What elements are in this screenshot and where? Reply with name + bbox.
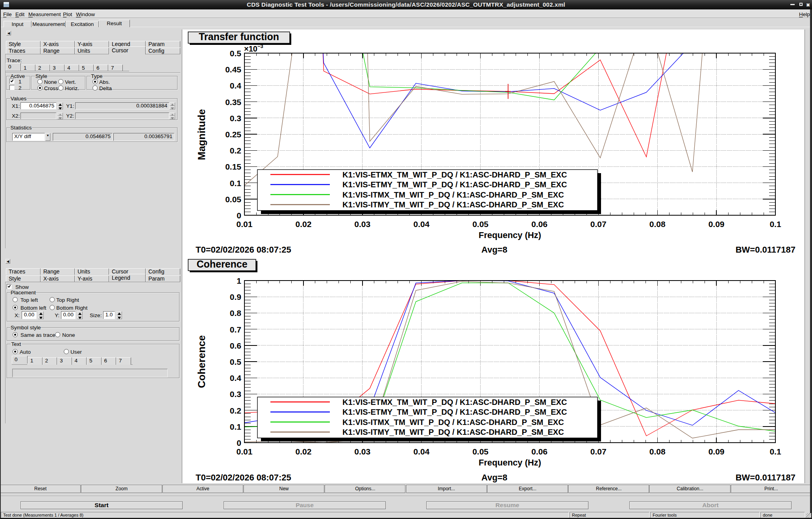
svg-text:0.09: 0.09 — [708, 447, 725, 456]
svg-text:0.25: 0.25 — [225, 130, 241, 139]
svg-text:K1:VIS-ITMY_TM_WIT_P_DQ / K1:A: K1:VIS-ITMY_TM_WIT_P_DQ / K1:ASC-DHARD_P… — [342, 200, 564, 209]
svg-text:K1:VIS-ETMY_TM_WIT_P_DQ / K1:A: K1:VIS-ETMY_TM_WIT_P_DQ / K1:ASC-DHARD_P… — [342, 408, 567, 416]
svg-text:0.4: 0.4 — [230, 373, 242, 382]
svg-text:0.15: 0.15 — [225, 162, 241, 171]
svg-text:0.06: 0.06 — [531, 220, 547, 229]
svg-text:0.45: 0.45 — [225, 65, 241, 74]
svg-text:0.1: 0.1 — [230, 179, 242, 188]
svg-text:0.04: 0.04 — [413, 220, 429, 229]
svg-text:Avg=8: Avg=8 — [481, 473, 507, 482]
svg-text:0: 0 — [237, 438, 241, 447]
svg-text:0.03: 0.03 — [354, 220, 370, 229]
svg-text:0.01: 0.01 — [237, 447, 253, 456]
svg-text:T0=02/02/2026 08:07:25: T0=02/02/2026 08:07:25 — [196, 245, 291, 255]
svg-text:K1:VIS-ITMX_TM_WIT_P_DQ / K1:A: K1:VIS-ITMX_TM_WIT_P_DQ / K1:ASC-DHARD_P… — [342, 190, 564, 199]
svg-text:Coherence: Coherence — [196, 335, 207, 388]
svg-text:0.05: 0.05 — [225, 195, 241, 204]
svg-text:0.1: 0.1 — [230, 422, 242, 431]
svg-text:0.2: 0.2 — [230, 406, 241, 415]
svg-text:0.9: 0.9 — [230, 292, 241, 301]
svg-text:BW=0.0117187: BW=0.0117187 — [736, 245, 795, 255]
svg-text:0.06: 0.06 — [531, 447, 547, 456]
svg-text:K1:VIS-ETMX_TM_WIT_P_DQ / K1:A: K1:VIS-ETMX_TM_WIT_P_DQ / K1:ASC-DHARD_P… — [342, 398, 567, 406]
svg-text:K1:VIS-ETMY_TM_WIT_P_DQ / K1:A: K1:VIS-ETMY_TM_WIT_P_DQ / K1:ASC-DHARD_P… — [342, 180, 567, 189]
svg-text:0.8: 0.8 — [230, 308, 242, 318]
svg-text:0.08: 0.08 — [649, 220, 666, 229]
svg-text:Frequency (Hz): Frequency (Hz) — [479, 458, 541, 467]
svg-text:0.5: 0.5 — [230, 357, 242, 366]
svg-text:Coherence: Coherence — [196, 259, 247, 270]
svg-text:0.05: 0.05 — [472, 447, 488, 456]
svg-text:0.03: 0.03 — [354, 447, 370, 456]
svg-text:0.2: 0.2 — [230, 146, 241, 155]
svg-text:0.01: 0.01 — [237, 220, 253, 229]
svg-text:×10: ×10 — [244, 44, 257, 53]
svg-text:0.3: 0.3 — [230, 114, 241, 123]
svg-text:0.04: 0.04 — [413, 447, 429, 456]
svg-text:Avg=8: Avg=8 — [481, 245, 507, 255]
svg-text:T0=02/02/2026 08:07:25: T0=02/02/2026 08:07:25 — [196, 473, 291, 482]
svg-text:0.4: 0.4 — [230, 81, 242, 90]
svg-text:0.6: 0.6 — [230, 341, 241, 350]
svg-text:Magnitude: Magnitude — [196, 109, 207, 160]
svg-text:0.7: 0.7 — [230, 325, 241, 334]
svg-text:0.35: 0.35 — [225, 98, 241, 107]
svg-text:0.07: 0.07 — [590, 220, 607, 229]
svg-text:1: 1 — [237, 276, 241, 285]
svg-text:Transfer function: Transfer function — [199, 31, 279, 42]
svg-text:0.5: 0.5 — [230, 49, 242, 58]
svg-text:0.02: 0.02 — [295, 220, 311, 229]
svg-text:0.08: 0.08 — [649, 447, 666, 456]
svg-text:BW=0.0117187: BW=0.0117187 — [736, 473, 795, 482]
svg-text:K1:VIS-ITMX_TM_WIT_P_DQ / K1:A: K1:VIS-ITMX_TM_WIT_P_DQ / K1:ASC-DHARD_P… — [342, 418, 564, 427]
svg-text:0.05: 0.05 — [472, 220, 488, 229]
svg-text:Frequency (Hz): Frequency (Hz) — [479, 230, 541, 240]
svg-text:0.1: 0.1 — [769, 447, 781, 456]
svg-text:0.3: 0.3 — [230, 390, 241, 399]
svg-text:K1:VIS-ETMX_TM_WIT_P_DQ / K1:A: K1:VIS-ETMX_TM_WIT_P_DQ / K1:ASC-DHARD_P… — [342, 170, 567, 179]
svg-text:0.09: 0.09 — [708, 220, 725, 229]
svg-text:0.1: 0.1 — [769, 220, 781, 229]
svg-text:K1:VIS-ITMY_TM_WIT_P_DQ / K1:A: K1:VIS-ITMY_TM_WIT_P_DQ / K1:ASC-DHARD_P… — [342, 428, 564, 436]
svg-text:0.07: 0.07 — [590, 447, 607, 456]
svg-text:0.02: 0.02 — [295, 447, 311, 456]
svg-text:0: 0 — [237, 211, 241, 220]
